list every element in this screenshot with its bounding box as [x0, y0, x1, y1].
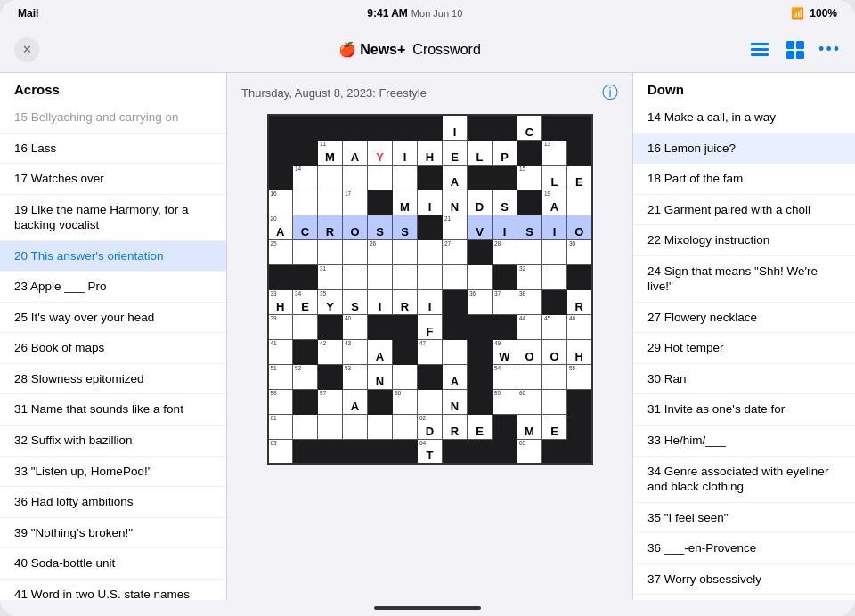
grid-cell[interactable]: O	[567, 215, 592, 239]
grid-cell[interactable]	[293, 339, 318, 364]
grid-cell[interactable]	[567, 190, 592, 215]
grid-cell[interactable]: E	[468, 414, 493, 439]
grid-cell[interactable]	[293, 239, 318, 264]
grid-cell[interactable]: 14	[293, 165, 318, 190]
grid-cell[interactable]: 37	[493, 289, 517, 314]
grid-cell[interactable]: 16	[268, 190, 293, 215]
grid-cell[interactable]: 26	[368, 239, 393, 264]
grid-cell[interactable]	[542, 239, 567, 264]
list-item[interactable]: 37 Worry obsessively	[633, 564, 855, 596]
grid-cell[interactable]: D	[468, 190, 493, 215]
list-view-button[interactable]	[747, 37, 772, 62]
grid-cell[interactable]: 28	[493, 239, 517, 264]
grid-cell[interactable]	[368, 165, 393, 190]
grid-cell[interactable]: 51	[268, 364, 293, 389]
grid-cell[interactable]: 46	[567, 314, 592, 339]
list-item[interactable]: 33 "Listen up, HomePod!"	[0, 457, 226, 488]
grid-cell[interactable]	[493, 314, 517, 339]
list-item[interactable]: 17 Watches over	[0, 164, 226, 195]
grid-cell[interactable]: H	[418, 140, 443, 165]
grid-cell[interactable]: 36	[468, 289, 493, 314]
grid-cell[interactable]: 30	[567, 239, 592, 264]
grid-cell[interactable]	[468, 389, 493, 414]
grid-cell[interactable]: 13	[542, 140, 567, 165]
grid-cell[interactable]: P	[493, 140, 517, 165]
grid-cell[interactable]: 27	[443, 239, 468, 264]
list-item[interactable]: 19 Like the name Harmony, for a backing …	[0, 195, 226, 241]
grid-cell[interactable]	[493, 439, 517, 464]
grid-cell[interactable]: 60	[517, 389, 542, 414]
grid-cell[interactable]	[517, 190, 542, 215]
list-item[interactable]: 14 Make a call, in a way	[633, 102, 855, 134]
grid-cell[interactable]: 65	[517, 439, 542, 464]
grid-cell[interactable]: I	[393, 140, 418, 165]
grid-cell[interactable]	[393, 364, 418, 389]
grid-cell[interactable]: R	[567, 289, 592, 314]
grid-cell[interactable]: 33H	[268, 289, 293, 314]
grid-cell[interactable]	[493, 165, 517, 190]
grid-cell[interactable]	[268, 140, 293, 165]
grid-cell[interactable]	[368, 414, 393, 439]
grid-cell[interactable]	[318, 414, 343, 439]
grid-cell[interactable]	[318, 165, 343, 190]
grid-cell[interactable]	[517, 364, 542, 389]
crossword-grid-wrapper[interactable]: IC11MAYIHELP1314A15LE1617MINDS19A20ACROS…	[260, 109, 600, 470]
grid-cell[interactable]: 31	[318, 264, 343, 289]
grid-cell[interactable]: 47	[418, 339, 443, 364]
grid-cell[interactable]	[368, 314, 393, 339]
grid-cell[interactable]: 62D	[418, 414, 443, 439]
grid-cell[interactable]: 19A	[542, 190, 567, 215]
grid-cell[interactable]: O	[343, 215, 368, 239]
grid-cell[interactable]: A	[368, 339, 393, 364]
grid-cell[interactable]: A	[343, 140, 368, 165]
grid-cell[interactable]: S	[393, 215, 418, 239]
grid-cell[interactable]	[293, 439, 318, 464]
grid-cell[interactable]	[468, 364, 493, 389]
grid-cell[interactable]: 55	[567, 364, 592, 389]
grid-cell[interactable]: 63	[268, 439, 293, 464]
list-item[interactable]: 39 "Nothing's broken!"	[0, 518, 226, 549]
list-item[interactable]: 31 Name that sounds like a font	[0, 394, 226, 426]
list-item[interactable]: 30 Ran	[633, 364, 855, 395]
grid-cell[interactable]	[393, 439, 418, 464]
grid-cell[interactable]	[268, 115, 293, 140]
grid-cell[interactable]	[393, 264, 418, 289]
grid-cell[interactable]	[418, 115, 443, 140]
grid-cell[interactable]: 21	[443, 215, 468, 239]
grid-cell[interactable]	[443, 289, 468, 314]
list-item[interactable]: 32 Suffix with bazillion	[0, 426, 226, 457]
grid-cell[interactable]	[368, 439, 393, 464]
grid-cell[interactable]	[468, 439, 493, 464]
grid-cell[interactable]: 38	[517, 289, 542, 314]
list-item[interactable]: 34 Genre associated with eyeliner and bl…	[633, 457, 855, 503]
grid-cell[interactable]	[368, 389, 393, 414]
list-item[interactable]: 25 It's way over your head	[0, 303, 226, 334]
list-item-active[interactable]: 20 This answer's orientation	[0, 241, 226, 272]
grid-cell[interactable]	[542, 289, 567, 314]
grid-cell[interactable]: R	[318, 215, 343, 239]
grid-cell[interactable]: 56	[268, 389, 293, 414]
grid-cell[interactable]: E	[443, 140, 468, 165]
grid-cell[interactable]	[468, 339, 493, 364]
grid-cell[interactable]: L	[542, 165, 567, 190]
grid-cell[interactable]: S	[368, 215, 393, 239]
grid-cell[interactable]	[343, 439, 368, 464]
list-item[interactable]: 31 Invite as one's date for	[633, 394, 855, 426]
grid-cell[interactable]	[443, 339, 468, 364]
grid-cell[interactable]: L	[468, 140, 493, 165]
grid-cell[interactable]: 41	[268, 339, 293, 364]
grid-cell[interactable]: A	[343, 389, 368, 414]
grid-cell[interactable]: 17	[343, 190, 368, 215]
grid-cell[interactable]	[318, 115, 343, 140]
grid-cell[interactable]	[293, 140, 318, 165]
grid-cell[interactable]	[418, 364, 443, 389]
grid-cell[interactable]	[343, 165, 368, 190]
grid-cell[interactable]: 49W	[493, 339, 517, 364]
grid-cell[interactable]: 53	[343, 364, 368, 389]
grid-cell[interactable]: M	[517, 414, 542, 439]
grid-cell[interactable]	[517, 140, 542, 165]
grid-cell[interactable]	[493, 115, 517, 140]
grid-cell[interactable]: C	[293, 215, 318, 239]
grid-cell[interactable]: E	[542, 414, 567, 439]
grid-cell[interactable]: R	[443, 414, 468, 439]
